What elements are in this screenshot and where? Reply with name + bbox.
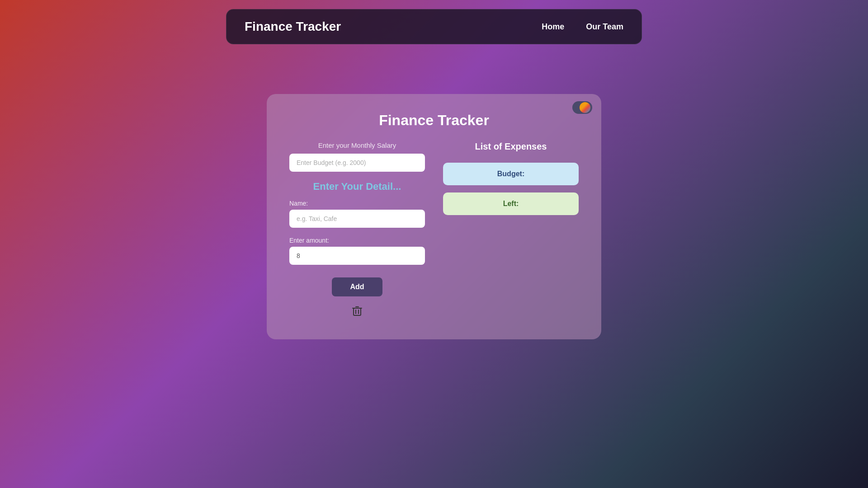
salary-label: Enter your Monthly Salary <box>289 141 425 149</box>
right-panel: List of Expenses Budget: Left: <box>443 141 579 321</box>
theme-toggle[interactable] <box>572 101 592 114</box>
toggle-circle <box>580 102 590 113</box>
navbar-brand: Finance Tracker <box>245 19 341 34</box>
amount-input[interactable] <box>289 247 425 265</box>
card-title: Finance Tracker <box>289 112 579 129</box>
budget-input[interactable] <box>289 154 425 172</box>
budget-box-label: Budget: <box>497 170 524 178</box>
card-body: Enter your Monthly Salary Enter Your Det… <box>289 141 579 321</box>
left-box: Left: <box>443 192 579 215</box>
nav-link-home[interactable]: Home <box>542 22 564 32</box>
budget-box: Budget: <box>443 163 579 185</box>
main-card: Finance Tracker Enter your Monthly Salar… <box>267 94 601 339</box>
navbar-links: Home Our Team <box>542 22 623 32</box>
left-panel: Enter your Monthly Salary Enter Your Det… <box>289 141 425 321</box>
amount-label: Enter amount: <box>289 237 425 244</box>
svg-rect-0 <box>354 308 361 315</box>
delete-button[interactable] <box>289 304 425 321</box>
nav-link-our-team[interactable]: Our Team <box>586 22 623 32</box>
add-button[interactable]: Add <box>332 277 382 296</box>
detail-title: Enter Your Detail... <box>289 181 425 192</box>
name-label: Name: <box>289 200 425 207</box>
name-input[interactable] <box>289 210 425 228</box>
navbar: Finance Tracker Home Our Team <box>226 9 642 44</box>
left-box-label: Left: <box>503 200 519 207</box>
list-of-expenses-title: List of Expenses <box>443 141 579 152</box>
